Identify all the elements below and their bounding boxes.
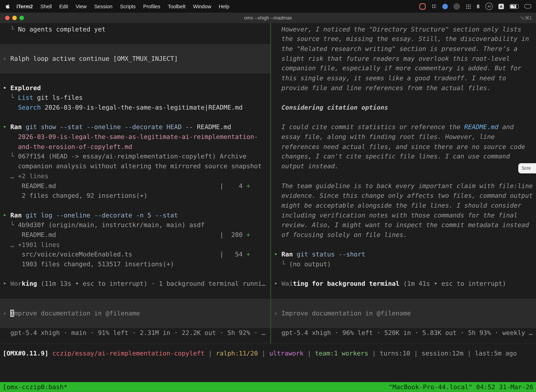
model-status-line: gpt-5.4 xhigh · main · 91% left · 2.31M …: [0, 328, 270, 338]
terminal-line: I could cite commit statistics or refere…: [271, 122, 536, 132]
terminal-line: • Ran git show --stat --oneline --decora…: [0, 122, 270, 132]
terminal-line: the source tree, missing the essay. Stil…: [271, 34, 536, 44]
terminal-line: including verification notes with those …: [271, 210, 536, 220]
menu-bar-status-icons: 8.61Aϟ: [419, 3, 531, 10]
terminal-line: • Ran git log --oneline --decorate -n 5 …: [0, 210, 270, 220]
menu-items: ShellEditViewSessionScriptsProfilesToolb…: [37, 3, 233, 9]
app-icon-blue[interactable]: [442, 4, 448, 9]
keyboard-layout-icon[interactable]: A: [498, 4, 504, 9]
terminal-line: 2026-03-09-is-legal-the-same-as-legitima…: [0, 132, 270, 142]
left-terminal-pane[interactable]: └ No agents completed yet› Ralph loop ac…: [0, 23, 270, 343]
ghost-icon[interactable]: 8: [477, 3, 480, 9]
window-title: omx --xhigh --madmax: [0, 13, 536, 23]
screen: iTerm2 ShellEditViewSessionScriptsProfil…: [0, 0, 536, 392]
window-shortcut: ⌥⌘1: [520, 13, 532, 23]
terminal-line: essay file, along with finding root file…: [271, 132, 536, 142]
terminal-line: output instead.: [271, 162, 536, 171]
tmux-host-clock: "MacBook-Pro-44.local" 04:52 31-Mar-26: [389, 382, 533, 392]
terminal-line: 2 files changed, 92 insertions(+): [0, 191, 270, 201]
terminal-line: the "Related research writing" section i…: [271, 44, 536, 54]
terminal-line: 1903 files changed, 513517 insertions(+): [0, 260, 270, 269]
menu-item-profiles[interactable]: Profiles: [139, 3, 164, 9]
blank-line: [271, 93, 536, 103]
terminal-line: references need actual files, and since …: [271, 142, 536, 152]
terminal-line: └ No agents completed yet: [0, 24, 270, 34]
diffstat-line: README.md | 4 +: [0, 181, 270, 191]
tmux-window-label[interactable]: [omx-cczip0:bash*: [3, 382, 67, 392]
terminal-line: review. Also, I might want to inspect th…: [271, 220, 536, 230]
menu-bar: iTerm2 ShellEditViewSessionScriptsProfil…: [0, 0, 536, 13]
terminal-line: └ 4b9d30f (origin/main, instructkr/main,…: [0, 220, 270, 230]
terminal-line: … +2 lines: [0, 171, 270, 181]
gauge-icon[interactable]: .61: [485, 3, 493, 10]
menu-item-view[interactable]: View: [72, 3, 90, 9]
working-status-line: • Working (11m 13s • esc to interrupt) ·…: [0, 279, 270, 289]
control-center-icon[interactable]: [524, 4, 531, 9]
terminal-line: └ (no output): [271, 259, 536, 269]
terminal-line: Search 2026-03-09-is-legal-the-same-as-l…: [0, 103, 270, 112]
terminal-line: • Ran git status --short: [271, 250, 536, 260]
blank-line: [0, 269, 270, 279]
terminal-panes: └ No agents completed yet› Ralph loop ac…: [0, 23, 536, 344]
terminal-line: slight risk that future readers may over…: [271, 54, 536, 64]
model-status-line: gpt-5.4 xhigh · 96% left · 520K in · 5.8…: [271, 328, 536, 338]
menu-item-window[interactable]: Window: [189, 3, 215, 9]
blank-line: [271, 269, 536, 279]
tmux-status-bar: [omx-cczip0:bash* "MacBook-Pro-44.local"…: [0, 382, 536, 392]
diffstat-line: README.md | 280 +: [0, 230, 270, 240]
blank-line: [271, 289, 536, 299]
terminal-line: • Explored: [0, 83, 270, 93]
menu-item-session[interactable]: Session: [90, 3, 116, 9]
terminal-line: of focusing solely on file lines.: [271, 230, 536, 240]
terminal-line: companion analysis without altering the …: [0, 162, 270, 171]
menu-item-app[interactable]: iTerm2: [13, 3, 37, 9]
terminal-line: … +1901 lines: [0, 240, 270, 250]
bento-grid-icon[interactable]: [431, 4, 436, 9]
blank-line: [0, 73, 270, 83]
right-terminal-pane[interactable]: However, I noticed the "Directory Struct…: [271, 23, 536, 343]
waiting-status-line: • Waiting for background terminal (1m 41…: [271, 279, 536, 289]
apple-menu-icon[interactable]: [5, 4, 10, 9]
prompt-input[interactable]: › Improve documentation in @filename: [0, 299, 270, 328]
thinking-heading: Considering citation options: [271, 103, 536, 112]
terminal-line: The team guideline is to back every impo…: [271, 181, 536, 191]
blank-line: [271, 171, 536, 181]
blank-line: [271, 240, 536, 250]
screen-recording-icon[interactable]: [419, 3, 426, 9]
dots-grid-icon[interactable]: [466, 4, 471, 9]
window-title-bar[interactable]: omx --xhigh --madmax ⌥⌘1: [0, 13, 536, 23]
blank-line: [0, 34, 270, 44]
blank-line: [0, 201, 270, 210]
prompt-input[interactable]: › Improve documentation in @filename: [271, 299, 536, 328]
terminal-line: changes, I can't cite specific file line…: [271, 152, 536, 162]
menu-item-toolbelt[interactable]: Toolbelt: [164, 3, 189, 9]
screen-share-notification[interactable]: Scre: [518, 163, 536, 173]
terminal-line: provide file and line references from th…: [271, 83, 536, 93]
menu-item-help[interactable]: Help: [215, 3, 233, 9]
menu-item-scripts[interactable]: Scripts: [116, 3, 139, 9]
blank-line: [0, 112, 270, 122]
ralph-loop-banner: › Ralph loop active continue [OMX_TMUX_I…: [0, 44, 270, 73]
blank-line: [0, 289, 270, 299]
diffstat-line: src/voice/voiceModeEnabled.ts | 54 +: [0, 250, 270, 260]
omx-session-status: [OMX#0.11.9] cczip/essay/ai-reimplementa…: [0, 349, 536, 359]
terminal-line: and-the-erosion-of-copyleft.md: [0, 142, 270, 152]
terminal-line: └ List git ls-files: [0, 93, 270, 103]
terminal-line: └ 067f154 (HEAD -> essay/ai-reimplementa…: [0, 152, 270, 162]
battery-icon[interactable]: ϟ: [510, 4, 519, 9]
menu-item-shell[interactable]: Shell: [37, 3, 56, 9]
menu-item-edit[interactable]: Edit: [56, 3, 72, 9]
terminal-line: evidence. Since this change only affects…: [271, 191, 536, 201]
terminal-line: might be acceptable alongside the file l…: [271, 201, 536, 210]
app-icon-dark[interactable]: [454, 3, 460, 9]
terminal-line: this single essay, it seems like a good …: [271, 73, 536, 83]
blank-line: [271, 112, 536, 122]
terminal-line: However, I noticed the "Directory Struct…: [271, 24, 536, 34]
terminal-line: companion file, especially if more comme…: [271, 64, 536, 73]
